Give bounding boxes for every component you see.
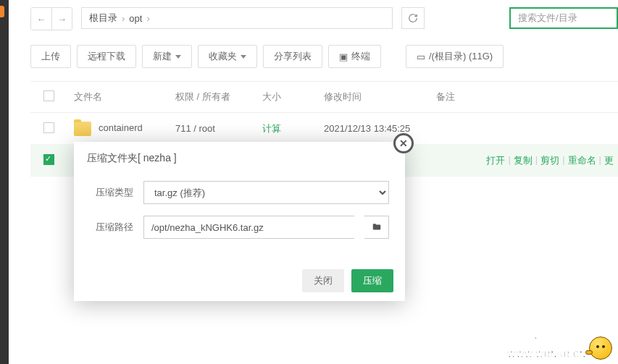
- chevron-down-icon: [241, 55, 246, 59]
- table-row[interactable]: containerd 711 / root 计算 2021/12/13 13:4…: [30, 113, 618, 145]
- disk-selector-button[interactable]: ▭/(根目录) (11G): [406, 45, 504, 68]
- modal-title: 压缩文件夹[ nezha ]: [74, 142, 405, 175]
- column-header-perm[interactable]: 权限 / 所有者: [175, 90, 262, 103]
- nav-forward-button[interactable]: →: [51, 8, 72, 30]
- folder-icon: [74, 122, 91, 136]
- row-checkbox[interactable]: [43, 122, 54, 133]
- remote-download-button[interactable]: 远程下载: [77, 45, 136, 68]
- watermark: 仙人小站 WWW.WRNXR.CN: [507, 331, 612, 360]
- file-perm: 711 / root: [175, 123, 262, 134]
- chevron-right-icon: ›: [122, 13, 125, 24]
- new-button[interactable]: 新建: [142, 45, 192, 68]
- file-name[interactable]: containerd: [99, 122, 143, 133]
- search-input[interactable]: 搜索文件/目录: [509, 7, 618, 29]
- compress-path-label: 压缩路径: [90, 221, 133, 234]
- action-copy[interactable]: 复制: [514, 154, 533, 167]
- browse-path-button[interactable]: [364, 216, 389, 239]
- chevron-down-icon: [175, 55, 181, 59]
- upload-button[interactable]: 上传: [30, 45, 71, 68]
- compress-button[interactable]: 压缩: [351, 269, 393, 292]
- column-header-mtime[interactable]: 修改时间: [324, 90, 436, 103]
- terminal-icon: ▣: [339, 51, 348, 62]
- select-all-checkbox[interactable]: [43, 90, 54, 101]
- compress-type-label: 压缩类型: [90, 186, 133, 199]
- close-button[interactable]: ✕: [393, 133, 414, 153]
- breadcrumb-row: ← → 根目录 › opt › 搜索文件/目录: [30, 7, 618, 30]
- action-open[interactable]: 打开: [486, 154, 505, 167]
- share-list-button[interactable]: 分享列表: [263, 45, 322, 68]
- column-header-size[interactable]: 大小: [262, 90, 324, 103]
- refresh-button[interactable]: [401, 7, 425, 29]
- row-actions: 打开| 复制| 剪切| 重命名| 更: [486, 154, 618, 167]
- terminal-button[interactable]: ▣终端: [328, 45, 381, 68]
- action-rename[interactable]: 重命名: [568, 154, 596, 167]
- compress-type-select[interactable]: tar.gz (推荐): [143, 181, 389, 204]
- nav-back-button[interactable]: ←: [31, 8, 51, 30]
- cancel-button[interactable]: 关闭: [302, 269, 344, 292]
- row-checkbox[interactable]: [43, 154, 54, 165]
- toolbar: 上传 远程下载 新建 收藏夹 分享列表 ▣终端 ▭/(根目录) (11G): [30, 45, 618, 68]
- watermark-text: 仙人小站: [507, 331, 585, 350]
- breadcrumb-root[interactable]: 根目录: [89, 12, 117, 25]
- watermark-url: WWW.WRNXR.CN: [507, 350, 586, 360]
- disk-icon: ▭: [417, 51, 425, 62]
- file-mtime: 2021/12/13 13:45:25: [324, 123, 436, 134]
- file-size-calc[interactable]: 计算: [262, 122, 324, 135]
- breadcrumb[interactable]: 根目录 › opt ›: [81, 7, 393, 29]
- favorites-button[interactable]: 收藏夹: [198, 45, 257, 68]
- action-more[interactable]: 更: [604, 154, 614, 167]
- chevron-right-icon: ›: [146, 13, 149, 24]
- column-header-note: 备注: [436, 90, 494, 103]
- column-header-name[interactable]: 文件名: [74, 90, 175, 103]
- breadcrumb-segment[interactable]: opt: [129, 13, 142, 24]
- action-cut[interactable]: 剪切: [540, 154, 559, 167]
- compress-path-input[interactable]: [143, 216, 354, 239]
- compress-modal: ✕ 压缩文件夹[ nezha ] 压缩类型 tar.gz (推荐) 压缩路径 关…: [74, 142, 405, 301]
- watermark-mascot-icon: [589, 337, 612, 360]
